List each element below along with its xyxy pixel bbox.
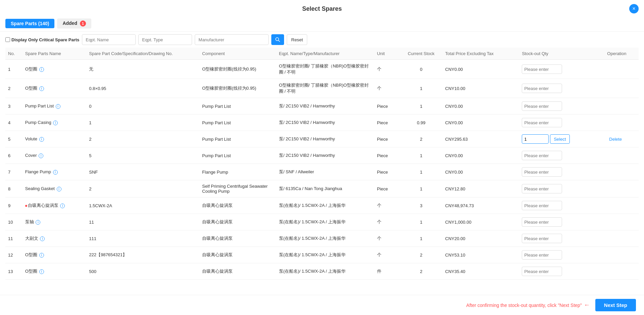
tab-spare-parts[interactable]: Spare Parts (140) (5, 19, 54, 28)
cell-name: 泵轴 i (22, 214, 86, 230)
footer-bar: After confirming the stock-out quantity,… (0, 295, 644, 315)
qty-input[interactable] (522, 250, 562, 260)
manufacturer-input[interactable] (195, 34, 269, 45)
qty-input-active[interactable] (522, 134, 549, 144)
qty-input[interactable] (522, 201, 562, 210)
info-icon[interactable]: i (39, 269, 44, 274)
critical-filter-checkbox[interactable] (5, 37, 10, 42)
cell-operation (604, 197, 639, 214)
spare-parts-table: No. Spare Parts Name Spare Part Code/Spe… (5, 48, 639, 280)
cell-eqpt: 泵/ 2C150 VIB2 / Hamworthy (276, 131, 374, 147)
cell-code: 222【987654321】 (86, 247, 199, 263)
spare-part-name: 自吸离心旋涡泵 (28, 203, 58, 208)
cell-no: 2 (5, 79, 22, 98)
th-stock: Current Stock (400, 48, 443, 60)
cell-price: CNY0.00 (443, 98, 519, 115)
cell-code: SNF (86, 164, 199, 180)
cell-name: Volute i (22, 131, 86, 147)
qty-input[interactable] (522, 118, 562, 127)
info-icon[interactable]: i (53, 121, 58, 125)
qty-input[interactable] (522, 84, 562, 93)
qty-cell-container (522, 64, 602, 74)
info-icon[interactable]: i (53, 170, 58, 175)
cell-eqpt: 泵(在船名)/ 1.5CWX-2A / 上海振华 (276, 197, 374, 214)
cell-no: 3 (5, 98, 22, 115)
spare-parts-table-container: No. Spare Parts Name Spare Part Code/Spe… (0, 48, 644, 280)
cell-operation (604, 247, 639, 263)
info-icon[interactable]: i (60, 204, 65, 208)
cell-no: 12 (5, 247, 22, 263)
info-icon[interactable]: i (39, 86, 44, 91)
delete-button[interactable]: Delete (607, 136, 624, 143)
info-icon[interactable]: i (36, 220, 40, 225)
cell-price: CNY1,000.00 (443, 214, 519, 230)
cell-component: O型橡胶密封圈(线径为0.95) (199, 60, 276, 79)
th-eqpt: Eqpt. Name/Type/Manufacturer (276, 48, 374, 60)
cell-unit: 个 (374, 60, 400, 79)
critical-filter-label[interactable]: Display Only Critical Spare Parts (5, 37, 79, 42)
cell-unit: Piece (374, 164, 400, 180)
search-button[interactable] (271, 34, 284, 45)
info-icon[interactable]: i (39, 137, 44, 142)
next-step-button[interactable]: Next Step (595, 299, 636, 311)
th-name: Spare Parts Name (22, 48, 86, 60)
cell-name: O型圈 i (22, 263, 86, 280)
qty-input[interactable] (522, 234, 562, 243)
cell-operation: Delete (604, 131, 639, 147)
cell-no: 1 (5, 60, 22, 79)
cell-operation (604, 147, 639, 164)
qty-input[interactable] (522, 151, 562, 160)
qty-input[interactable] (522, 184, 562, 193)
cell-stock: 1 (400, 164, 443, 180)
th-component: Component (199, 48, 276, 60)
select-button[interactable]: Select (550, 134, 569, 144)
cell-operation (604, 60, 639, 79)
qty-cell-container: Select (522, 134, 602, 144)
cell-stock: 3 (400, 197, 443, 214)
cell-no: 4 (5, 115, 22, 131)
cell-price: CNY35.40 (443, 263, 519, 280)
cell-qty (519, 147, 604, 164)
cell-name: 自吸离心旋涡泵 i (22, 197, 86, 214)
cell-code: 0 (86, 98, 199, 115)
cell-operation (604, 180, 639, 197)
reset-button[interactable]: Reset (287, 34, 307, 45)
cell-name: 大副文 i (22, 230, 86, 247)
cell-operation (604, 79, 639, 98)
cell-code: 2 (86, 131, 199, 147)
close-button[interactable]: × (629, 4, 639, 13)
eqpt-type-input[interactable] (138, 34, 192, 45)
cell-component: Pump Part List (199, 147, 276, 164)
qty-input[interactable] (522, 167, 562, 177)
qty-input[interactable] (522, 64, 562, 74)
info-icon[interactable]: i (39, 253, 44, 258)
info-icon[interactable]: i (39, 67, 44, 72)
cell-no: 7 (5, 164, 22, 180)
spare-part-name: Cover (25, 153, 37, 158)
qty-input[interactable] (522, 267, 562, 276)
cell-qty (519, 79, 604, 98)
cell-qty (519, 60, 604, 79)
info-icon[interactable]: i (57, 187, 61, 191)
page-title: Select Spares (302, 5, 342, 12)
cell-price: CNY295.63 (443, 131, 519, 147)
qty-cell-container (522, 84, 602, 93)
tabs-row: Spare Parts (140) Added 1 (0, 16, 644, 32)
tab-added-badge: 1 (80, 20, 86, 27)
cell-qty (519, 230, 604, 247)
spare-part-name: O型圈 (25, 66, 37, 72)
cell-code: 111 (86, 230, 199, 247)
cell-price: CNY0.00 (443, 60, 519, 79)
info-icon[interactable]: i (40, 236, 45, 241)
info-icon[interactable]: i (39, 153, 43, 158)
cell-no: 6 (5, 147, 22, 164)
table-row: 9自吸离心旋涡泵 i1.5CWX-2A自吸离心旋涡泵泵(在船名)/ 1.5CWX… (5, 197, 639, 214)
info-icon[interactable]: i (56, 104, 60, 109)
eqpt-name-input[interactable] (82, 34, 136, 45)
qty-cell-container (522, 250, 602, 260)
table-row: 11大副文 i111自吸离心旋涡泵泵(在船名)/ 1.5CWX-2A / 上海振… (5, 230, 639, 247)
cell-unit: Piece (374, 147, 400, 164)
qty-input[interactable] (522, 101, 562, 111)
tab-added[interactable]: Added 1 (57, 18, 91, 29)
qty-input[interactable] (522, 217, 562, 227)
